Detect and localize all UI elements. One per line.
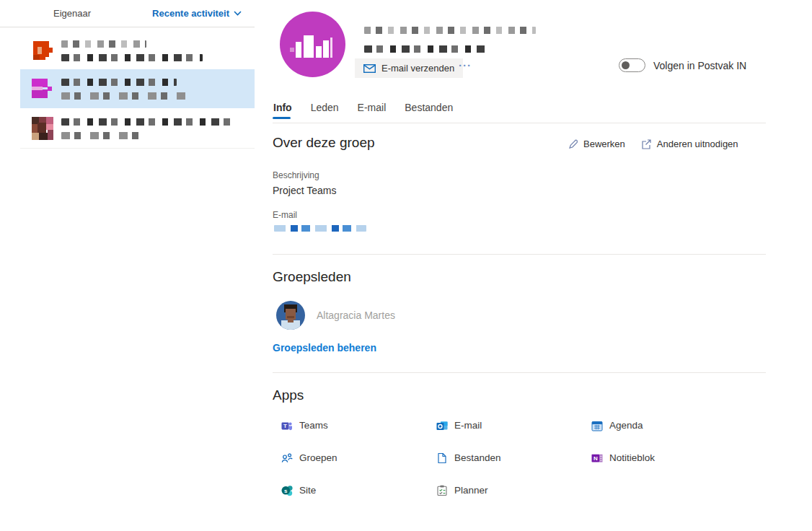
tab-leden[interactable]: Leden xyxy=(311,102,339,113)
svg-text:T: T xyxy=(283,423,287,429)
calendar-icon xyxy=(591,420,603,431)
invite-others-button[interactable]: Anderen uitnodigen xyxy=(641,139,738,149)
send-email-label: E-mail verzenden xyxy=(381,63,454,74)
group-list-item[interactable] xyxy=(20,32,255,69)
person-photo-avatar xyxy=(32,117,53,140)
tab-info[interactable]: Info xyxy=(273,102,292,113)
follow-inbox-toggle[interactable] xyxy=(619,58,645,72)
email-field-label: E-mail xyxy=(273,210,297,220)
invite-share-icon xyxy=(641,139,652,149)
apps-section-title: Apps xyxy=(273,387,304,403)
group-list-panel: Eigenaar Recente activiteit xyxy=(0,0,255,531)
tab-email[interactable]: E-mail xyxy=(358,102,387,113)
owner-column-header: Eigenaar xyxy=(53,8,91,19)
app-teams[interactable]: T Teams xyxy=(281,419,436,431)
app-agenda[interactable]: Agenda xyxy=(591,419,746,431)
app-label: Notitieblok xyxy=(609,452,655,463)
teams-icon: T xyxy=(281,420,293,431)
section-divider xyxy=(273,123,766,123)
planner-icon xyxy=(436,485,448,496)
about-actions: Bewerken Anderen uitnodigen xyxy=(568,139,738,149)
manage-members-link[interactable]: Groepsleden beheren xyxy=(273,342,376,354)
about-section-title: Over deze groep xyxy=(273,135,375,151)
groups-icon xyxy=(281,452,293,464)
app-email[interactable]: E-mail xyxy=(436,419,591,431)
chevron-down-icon xyxy=(234,11,242,16)
member-name: Altagracia Martes xyxy=(317,310,395,321)
send-email-button[interactable]: E-mail verzenden xyxy=(355,58,463,78)
redacted-title xyxy=(61,118,233,126)
list-divider xyxy=(20,148,255,149)
member-photo-avatar xyxy=(276,301,305,330)
redacted-subtitle xyxy=(61,92,188,100)
onenote-icon: N xyxy=(591,452,603,464)
edit-label: Bewerken xyxy=(583,139,625,149)
group-avatar xyxy=(32,40,53,61)
app-label: Bestanden xyxy=(454,452,501,463)
group-avatar-large xyxy=(280,12,345,77)
app-bestanden[interactable]: Bestanden xyxy=(436,452,591,464)
description-field-value: Project Teams xyxy=(273,185,336,196)
sort-selector[interactable]: Recente activiteit xyxy=(152,8,242,19)
app-planner[interactable]: Planner xyxy=(436,484,591,496)
detail-tabs: Info Leden E-mail Bestanden xyxy=(273,102,453,113)
apps-grid: T Teams E-mail Agenda xyxy=(281,419,746,496)
group-list-item-selected[interactable] xyxy=(20,69,255,108)
redacted-group-text xyxy=(61,79,188,100)
redacted-email-address xyxy=(274,225,366,232)
app-groepen[interactable]: Groepen xyxy=(281,452,436,464)
invite-others-label: Anderen uitnodigen xyxy=(657,139,738,149)
envelope-icon xyxy=(363,64,376,73)
group-detail-panel: E-mail verzenden ··· Volgen in Postvak I… xyxy=(273,0,766,531)
section-divider xyxy=(273,372,766,373)
redacted-group-name xyxy=(364,27,536,34)
app-label: Site xyxy=(299,485,316,496)
app-label: E-mail xyxy=(454,420,482,431)
app-label: Agenda xyxy=(609,420,643,431)
app-label: Planner xyxy=(454,485,488,496)
svg-text:N: N xyxy=(593,455,598,462)
more-actions-button[interactable]: ··· xyxy=(459,59,472,71)
app-notitieblok[interactable]: N Notitieblok xyxy=(591,452,746,464)
redacted-subtitle xyxy=(61,54,203,61)
files-icon xyxy=(436,452,448,464)
group-avatar xyxy=(32,77,53,100)
redacted-group-address xyxy=(364,45,485,53)
redacted-group-text xyxy=(61,40,203,61)
edit-button[interactable]: Bewerken xyxy=(568,139,625,149)
active-tab-indicator xyxy=(273,117,291,119)
group-list-header: Eigenaar Recente activiteit xyxy=(0,0,255,27)
sort-selector-label: Recente activiteit xyxy=(152,8,229,19)
pencil-icon xyxy=(568,139,578,149)
member-row[interactable]: Altagracia Martes xyxy=(276,301,395,330)
redacted-group-text xyxy=(61,118,233,139)
app-label: Teams xyxy=(299,420,328,431)
redacted-title xyxy=(61,40,146,48)
description-field-label: Beschrijving xyxy=(273,170,319,180)
outlook-icon xyxy=(436,420,448,431)
tab-bestanden[interactable]: Bestanden xyxy=(405,102,453,113)
toggle-knob xyxy=(622,61,630,69)
redacted-title xyxy=(61,79,177,86)
sharepoint-icon: s xyxy=(281,485,293,496)
members-section-title: Groepsleden xyxy=(273,269,351,285)
svg-text:s: s xyxy=(284,487,288,493)
redacted-subtitle xyxy=(61,132,142,139)
follow-inbox-label: Volgen in Postvak IN xyxy=(653,60,746,71)
group-list-item[interactable] xyxy=(20,110,255,147)
app-site[interactable]: s Site xyxy=(281,484,436,496)
section-divider xyxy=(273,254,766,255)
app-label: Groepen xyxy=(299,452,337,463)
